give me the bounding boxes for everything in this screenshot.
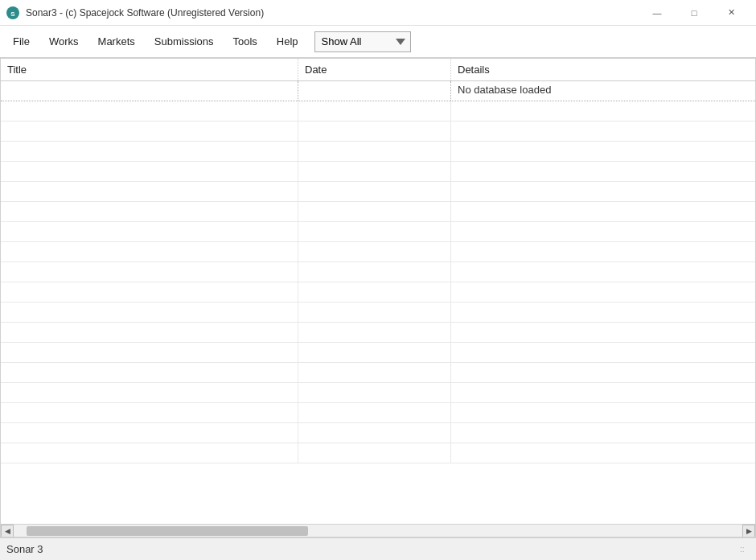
cell-date — [298, 323, 451, 342]
cell-title — [1, 202, 298, 221]
horizontal-scrollbar[interactable]: ◀ ▶ — [1, 524, 755, 537]
minimize-button[interactable]: — — [639, 0, 676, 26]
table-row[interactable] — [1, 323, 755, 343]
menu-bar: File Works Markets Submissions Tools Hel… — [0, 26, 756, 58]
table-row[interactable] — [1, 443, 755, 463]
cell-title — [1, 443, 298, 463]
cell-date — [298, 262, 451, 282]
table-row[interactable] — [1, 343, 755, 363]
table-row[interactable] — [1, 383, 755, 403]
cell-title — [1, 323, 298, 342]
cell-details — [451, 262, 755, 282]
table-row[interactable] — [1, 262, 755, 282]
cell-details — [451, 222, 755, 241]
cell-date — [298, 403, 451, 422]
table-row[interactable] — [1, 162, 755, 182]
table-row[interactable]: No database loaded — [1, 81, 755, 101]
cell-details — [451, 282, 755, 302]
scrollbar-track[interactable] — [27, 526, 729, 536]
table-row[interactable] — [1, 403, 755, 423]
show-all-dropdown[interactable]: Show All Active Inactive — [314, 31, 411, 52]
cell-date — [298, 121, 451, 141]
scroll-right-arrow[interactable]: ▶ — [742, 525, 755, 537]
scroll-left-arrow[interactable]: ◀ — [1, 525, 14, 537]
cell-title — [1, 363, 298, 382]
close-button[interactable]: ✕ — [713, 0, 750, 26]
cell-date — [298, 443, 451, 463]
cell-title-0 — [1, 81, 298, 101]
cell-date — [298, 383, 451, 402]
table-row[interactable] — [1, 222, 755, 242]
no-database-text: No database loaded — [458, 84, 551, 96]
cell-date — [298, 303, 451, 322]
cell-date — [298, 162, 451, 181]
menu-submissions[interactable]: Submissions — [145, 31, 224, 52]
cell-date — [298, 242, 451, 261]
table-row[interactable] — [1, 242, 755, 262]
menu-help[interactable]: Help — [267, 31, 308, 52]
resize-grip-icon: :: — [740, 545, 750, 554]
menu-markets[interactable]: Markets — [88, 31, 145, 52]
cell-title — [1, 182, 298, 201]
svg-text:S: S — [10, 10, 15, 18]
cell-date-0 — [298, 81, 451, 101]
cell-details — [451, 121, 755, 141]
table-row[interactable] — [1, 202, 755, 222]
table-row[interactable] — [1, 303, 755, 323]
cell-title — [1, 383, 298, 402]
table-row[interactable] — [1, 101, 755, 121]
status-text: Sonar 3 — [6, 543, 43, 555]
cell-details — [451, 443, 755, 463]
cell-title — [1, 222, 298, 241]
window-controls: — □ ✕ — [639, 0, 750, 26]
cell-title — [1, 162, 298, 181]
cell-title — [1, 121, 298, 141]
maximize-button[interactable]: □ — [676, 0, 713, 26]
menu-works[interactable]: Works — [39, 31, 88, 52]
cell-details — [451, 363, 755, 382]
cell-title — [1, 303, 298, 322]
cell-details — [451, 142, 755, 161]
cell-title — [1, 343, 298, 362]
cell-title — [1, 423, 298, 443]
table-row[interactable] — [1, 423, 755, 443]
column-header-title: Title — [1, 59, 298, 80]
table-row[interactable] — [1, 282, 755, 303]
table-row[interactable] — [1, 121, 755, 142]
cell-title — [1, 142, 298, 161]
cell-details — [451, 242, 755, 261]
table-body: No database loaded — [1, 81, 755, 524]
table-header: Title Date Details — [1, 59, 755, 81]
scrollbar-thumb[interactable] — [27, 526, 308, 536]
cell-date — [298, 202, 451, 221]
cell-date — [298, 101, 451, 121]
column-header-date: Date — [298, 59, 451, 80]
cell-date — [298, 363, 451, 382]
cell-date — [298, 423, 451, 443]
menu-file[interactable]: File — [3, 31, 39, 52]
cell-details — [451, 403, 755, 422]
main-content: Title Date Details No database loaded — [0, 58, 756, 537]
cell-title — [1, 282, 298, 302]
cell-details — [451, 343, 755, 362]
cell-details — [451, 162, 755, 181]
cell-title — [1, 101, 298, 121]
cell-title — [1, 242, 298, 261]
cell-title — [1, 403, 298, 422]
cell-details — [451, 383, 755, 402]
table-row[interactable] — [1, 142, 755, 162]
cell-date — [298, 182, 451, 201]
status-bar: Sonar 3 :: — [0, 537, 756, 560]
cell-details-0: No database loaded — [451, 81, 755, 101]
cell-details — [451, 101, 755, 121]
app-icon: S — [6, 6, 19, 19]
cell-date — [298, 343, 451, 362]
table-row[interactable] — [1, 363, 755, 383]
menu-tools[interactable]: Tools — [224, 31, 267, 52]
cell-details — [451, 182, 755, 201]
table-row[interactable] — [1, 182, 755, 202]
title-bar-left: S Sonar3 - (c) Spacejock Software (Unreg… — [6, 6, 264, 19]
cell-date — [298, 222, 451, 241]
title-bar: S Sonar3 - (c) Spacejock Software (Unreg… — [0, 0, 756, 26]
cell-details — [451, 423, 755, 443]
